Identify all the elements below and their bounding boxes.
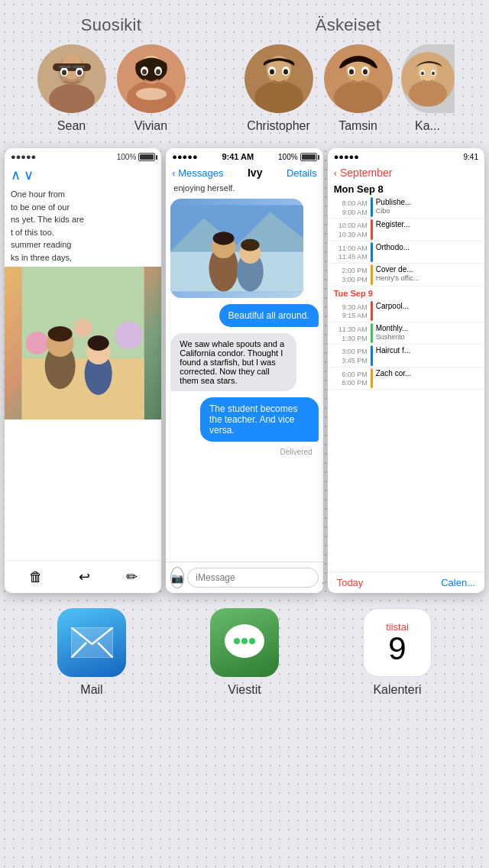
calendar-event-content: Monthly... Sushirrito [376, 323, 409, 343]
calendar-event-time: 9:30 AM9:15 AM [331, 301, 371, 321]
avatar-photo-tamsin [324, 44, 393, 113]
calendar-event-title: Monthly... [376, 323, 409, 333]
calendar-event-content: Zach cor... [376, 368, 412, 388]
calendar-card[interactable]: ●●●●● 9:41 ‹ September Mon Sep 8 8:00 AM… [328, 148, 484, 593]
calendar-event-sub: Sushirrito [376, 333, 409, 341]
calendar-nav: ‹ September [328, 165, 484, 180]
calendar-event-bar [371, 345, 373, 365]
favorites-group: Suosikit [35, 15, 188, 133]
dock-item-calendar[interactable]: tiistai 9 Kalenteri [351, 608, 443, 697]
calendar-event-row[interactable]: 2:00 PM3:00 PM Cover de... Henry's offic… [328, 264, 484, 286]
calendar-event-row[interactable]: 10:00 AM10:30 AM Register... [328, 219, 484, 241]
svg-point-16 [142, 70, 147, 75]
messages-app-icon[interactable] [210, 608, 279, 677]
messages-mic-button[interactable]: 🎤 [322, 567, 322, 588]
mail-photo [5, 267, 161, 419]
svg-point-8 [77, 70, 82, 76]
mail-reply-icon[interactable]: ↩ [79, 568, 90, 585]
calendar-month-label[interactable]: September [340, 167, 392, 179]
avatar-photo-ka [401, 44, 455, 113]
avatar-tamsin[interactable]: Tamsin [322, 44, 395, 133]
calendar-event-row[interactable]: 3:00 PM3:45 PM Haircut f... [328, 345, 484, 367]
avatar-sean[interactable]: Sean [35, 44, 108, 133]
avatar-christopher[interactable]: Christopher [242, 44, 316, 133]
messages-bubble-received: We saw whale spouts and a California con… [170, 333, 296, 391]
calendar-event-row[interactable]: 8:00 AM9:00 AM Publishe... Cibo [328, 196, 484, 219]
calendar-calendars-button[interactable]: Calen... [441, 577, 475, 588]
messages-details-button[interactable]: Details [287, 167, 317, 179]
mail-battery-pct: 100% [117, 153, 137, 161]
mail-down-arrow[interactable]: ∨ [24, 167, 34, 183]
svg-point-17 [156, 70, 160, 75]
calendar-event-row[interactable]: 11:00 AM11:45 AM Orthodo... [328, 241, 484, 264]
calendar-event-content: Publishe... Cibo [376, 197, 412, 217]
recent-group: Äskeiset [242, 15, 455, 133]
messages-status-bar: ●●●●● 9:41 AM 100% [166, 148, 322, 165]
mail-delete-icon[interactable]: 🗑 [29, 569, 43, 585]
mail-text-line5: summer reading [11, 238, 155, 251]
calendar-event-row[interactable]: 9:30 AM9:15 AM Carpool... [328, 300, 484, 322]
calendar-event-time: 11:30 AM1:30 PM [331, 323, 371, 343]
messages-input[interactable] [187, 568, 319, 588]
calendar-event-content: Orthodo... [376, 242, 410, 262]
mail-app-icon[interactable] [57, 608, 126, 677]
svg-point-39 [432, 72, 435, 76]
svg-point-18 [136, 88, 167, 100]
calendar-event-time: 10:00 AM10:30 AM [331, 219, 371, 239]
calendar-event-title: Zach cor... [376, 368, 412, 378]
mail-compose-icon[interactable]: ✏ [126, 568, 138, 585]
messages-bubble-sent-1: Beautiful all around. [219, 304, 319, 327]
messages-signal: ●●●●● [172, 152, 197, 161]
calendar-event-row[interactable]: 11:30 AM1:30 PM Monthly... Sushirrito [328, 322, 484, 345]
svg-point-32 [363, 70, 368, 75]
messages-card[interactable]: ●●●●● 9:41 AM 100% ‹ Messages Ivy Detail… [166, 148, 322, 593]
messages-camera-button[interactable]: 📷 [170, 567, 184, 588]
mail-text-line2: to be one of our [11, 201, 155, 214]
dock-calendar-label: Kalenteri [373, 683, 421, 697]
mail-card[interactable]: ●●●●● 100% ∧ ∨ One hour from to be one o… [5, 148, 161, 593]
calendar-event-bar [371, 219, 373, 239]
avatar-vivian[interactable]: Vivian [115, 44, 188, 133]
dock-mail-label: Mail [80, 683, 102, 697]
calendar-event-content: Haircut f... [376, 345, 411, 365]
calendar-time: 9:41 [464, 153, 478, 161]
svg-point-31 [349, 70, 354, 75]
svg-rect-9 [59, 66, 71, 68]
calendar-today-button[interactable]: Today [337, 577, 364, 588]
messages-back-button[interactable]: ‹ Messages [172, 167, 223, 179]
mail-up-arrow[interactable]: ∧ [11, 167, 21, 183]
calendar-app-icon[interactable]: tiistai 9 [363, 608, 432, 677]
svg-point-24 [270, 70, 274, 75]
dock-item-messages[interactable]: Viestit [199, 608, 290, 697]
messages-bubble-sent-2: The student becomes the teacher. And vic… [200, 397, 319, 442]
avatar-photo-sean [37, 44, 106, 113]
calendar-event-row[interactable]: 6:00 PM8:00 PM Zach cor... [328, 368, 484, 390]
avatar-name-sean: Sean [57, 119, 86, 133]
svg-rect-41 [22, 358, 144, 419]
dock: Mail Viestit tiistai 9 Kalenteri [0, 596, 489, 704]
calendar-back-button[interactable]: ‹ [334, 167, 337, 179]
svg-point-69 [249, 638, 255, 644]
mail-signal: ●●●●● [11, 152, 36, 161]
svg-point-59 [241, 239, 260, 251]
calendar-event-title: Haircut f... [376, 345, 411, 355]
dock-messages-label: Viestit [228, 683, 261, 697]
svg-point-67 [234, 638, 240, 644]
svg-point-42 [26, 332, 49, 355]
calendar-icon-date: 9 [388, 633, 406, 665]
messages-battery-icon [300, 153, 317, 161]
svg-point-27 [334, 81, 383, 113]
calendar-event-bar [371, 323, 373, 343]
dock-item-mail[interactable]: Mail [46, 608, 138, 697]
calendar-event-title: Carpool... [376, 301, 409, 311]
avatar-photo-vivian [117, 44, 186, 113]
calendar-event-bar [371, 264, 373, 284]
avatar-ka[interactable]: Ka... [401, 44, 455, 133]
mail-text-line4: t of this too. [11, 226, 155, 239]
messages-photo [170, 199, 303, 298]
messages-battery-pct: 100% [278, 153, 298, 161]
svg-rect-10 [73, 66, 85, 68]
calendar-event-title: Cover de... [376, 264, 419, 274]
calendar-event-sub: Henry's offic... [376, 274, 419, 282]
messages-contact-name: Ivy [248, 167, 262, 179]
